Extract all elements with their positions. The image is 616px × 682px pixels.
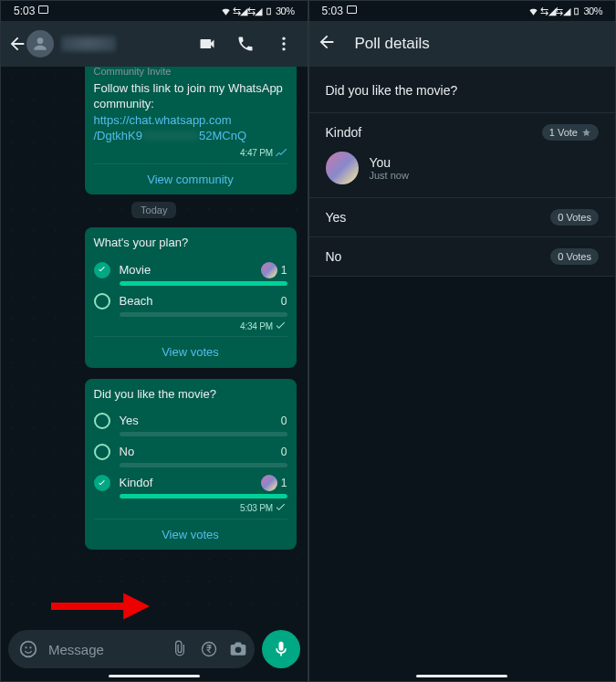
mic-button[interactable] [262, 630, 300, 668]
voter-row[interactable]: You Just now [326, 141, 600, 186]
svg-point-5 [29, 646, 31, 648]
home-indicator [109, 675, 200, 677]
message-input-bar: Message [1, 624, 308, 681]
view-community-link[interactable]: View community [94, 163, 287, 190]
poll-message-movie-like[interactable]: Did you like the movie? Yes 0 No 0 Kindo… [85, 379, 297, 551]
voice-call-icon[interactable] [236, 35, 255, 53]
radio-icon [94, 444, 110, 460]
left-phone-whatsapp-chat: 5:03 ⇆◢⇆◢ 30% Community Invite Follow th… [0, 0, 308, 682]
wifi-icon [528, 6, 538, 16]
radio-icon [94, 293, 110, 310]
back-button[interactable] [317, 32, 337, 56]
community-invite-message[interactable]: Community Invite Follow this link to joi… [85, 67, 297, 194]
poll-question: Did you like the movie? [309, 67, 616, 112]
date-chip: Today [131, 202, 176, 218]
voter-avatar [326, 152, 359, 184]
star-icon [581, 128, 591, 138]
status-bar: 5:03 ⇆◢⇆◢ 30% [309, 1, 616, 21]
svg-point-2 [282, 47, 285, 50]
radio-checked-icon [94, 262, 110, 278]
back-button[interactable] [6, 34, 28, 54]
home-indicator [416, 675, 507, 677]
status-time: 5:03 [14, 5, 48, 17]
emoji-icon[interactable] [19, 640, 37, 658]
status-icons: ⇆◢⇆◢ 30% [221, 5, 295, 17]
more-icon[interactable] [275, 35, 293, 53]
poll-option-row-kindof[interactable]: Kindof 1 Vote You Just now [309, 112, 616, 197]
poll-message-plan[interactable]: What's your plan? Movie 1 Beach 0 4:34 P… [85, 227, 297, 368]
vote-count-badge: 0 Votes [550, 248, 599, 265]
svg-point-4 [25, 646, 26, 648]
voter-name: You [370, 155, 409, 170]
video-call-icon[interactable] [198, 35, 216, 53]
poll-option-no[interactable]: No 0 [94, 440, 287, 462]
chat-body: Community Invite Follow this link to joi… [1, 67, 308, 624]
status-icons: ⇆◢⇆◢ 30% [528, 5, 602, 17]
poll-question: What's your plan? [94, 235, 287, 251]
details-header: Poll details [309, 21, 616, 67]
right-phone-poll-details: 5:03 ⇆◢⇆◢ 30% Poll details Did you like … [308, 0, 617, 682]
message-input[interactable]: Message [8, 630, 255, 668]
battery-icon [264, 6, 274, 16]
attach-icon[interactable] [171, 640, 189, 658]
invite-header: Community Invite [94, 67, 287, 79]
poll-option-yes[interactable]: Yes 0 [94, 409, 287, 431]
contact-avatar[interactable] [26, 30, 54, 58]
poll-question: Did you like the movie? [94, 386, 287, 403]
poll-option-movie[interactable]: Movie 1 [94, 258, 287, 280]
camera-icon[interactable] [229, 640, 247, 658]
svg-point-1 [282, 42, 285, 45]
voter-timestamp: Just now [370, 170, 409, 181]
wifi-icon [221, 6, 231, 16]
contact-name-blurred[interactable] [61, 36, 116, 52]
radio-icon [94, 413, 110, 429]
radio-checked-icon [94, 475, 110, 491]
voter-avatar-mini [261, 475, 277, 491]
svg-point-0 [282, 37, 285, 40]
view-votes-link[interactable]: View votes [94, 336, 287, 362]
battery-icon [571, 6, 581, 16]
poll-option-row-yes[interactable]: Yes 0 Votes [309, 197, 616, 236]
status-time: 5:03 [322, 5, 357, 17]
rupee-icon[interactable] [200, 640, 218, 658]
vote-count-badge: 1 Vote [542, 124, 599, 141]
vote-count-badge: 0 Votes [550, 209, 599, 226]
poll-option-row-no[interactable]: No 0 Votes [309, 236, 616, 277]
svg-point-3 [21, 642, 37, 657]
page-title: Poll details [355, 35, 430, 53]
invite-link[interactable]: https://chat.whatsapp.com/DgtkhK952MCnQ [94, 113, 247, 143]
input-placeholder: Message [48, 642, 160, 657]
poll-option-kindof[interactable]: Kindof 1 [94, 471, 287, 493]
chat-header [1, 21, 308, 67]
view-votes-link[interactable]: View votes [94, 519, 287, 545]
status-bar: 5:03 ⇆◢⇆◢ 30% [1, 1, 308, 21]
poll-option-beach[interactable]: Beach 0 [94, 289, 287, 311]
voter-avatar-mini [261, 262, 277, 278]
